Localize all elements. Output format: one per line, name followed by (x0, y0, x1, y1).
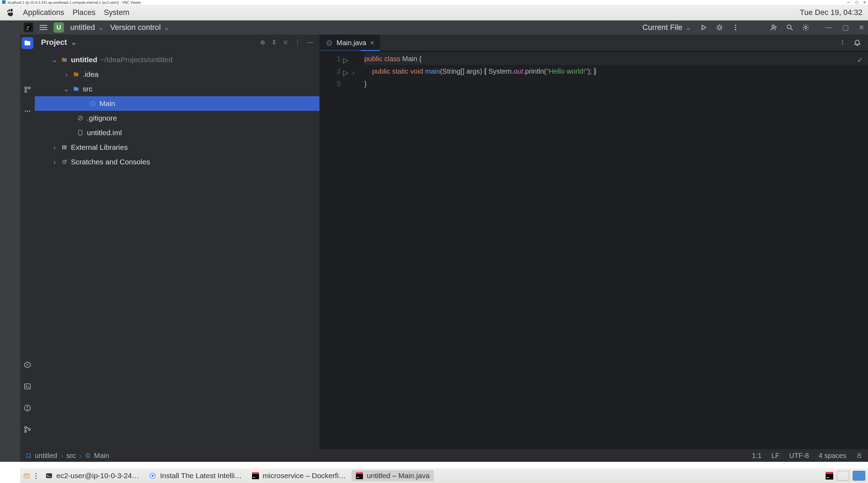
debug-icon[interactable] (716, 24, 723, 31)
locate-icon[interactable]: ⊕ (260, 39, 265, 46)
settings-icon[interactable] (802, 24, 810, 31)
vnc-close-icon[interactable]: ✕ (863, 0, 866, 4)
vcs-dropdown[interactable]: Version control ⌄ (110, 23, 170, 32)
tree-item-scratches[interactable]: › Scratches and Consoles (35, 155, 319, 169)
task-intellij-1[interactable]: microservice – Dockerfi… (248, 470, 350, 481)
task-chrome[interactable]: Install The Latest Intelli… (145, 470, 246, 481)
intellij-logo-icon[interactable]: IJ (24, 23, 33, 32)
workspace-2[interactable] (853, 471, 865, 481)
collapse-all-icon[interactable]: ⤫ (283, 39, 288, 46)
inspection-ok-icon[interactable]: ✓ (857, 54, 863, 66)
project-view-dropdown[interactable]: Project ⌄ (41, 38, 77, 47)
tree-root[interactable]: ⌄ untitled ~/IdeaProjects/untitled (35, 52, 319, 67)
file-encoding[interactable]: UTF-8 (789, 452, 809, 460)
chevron-down-icon[interactable]: ⌄ (63, 85, 70, 93)
search-icon[interactable] (786, 24, 794, 31)
tree-item-src[interactable]: ⌄ src (35, 82, 319, 96)
window-minimize-icon[interactable]: — (826, 23, 833, 32)
workspace-1[interactable] (837, 471, 849, 481)
svg-rect-28 (62, 145, 63, 149)
svg-point-7 (772, 25, 774, 27)
readonly-lock-icon[interactable] (856, 452, 862, 459)
main-menu-icon[interactable] (40, 25, 47, 30)
crumb[interactable]: untitled (35, 452, 57, 460)
services-tool-button[interactable] (22, 359, 33, 371)
chevron-right-icon[interactable]: › (63, 70, 70, 79)
chevron-right-icon: › (79, 452, 82, 460)
code-content[interactable]: public class Main { public static void m… (361, 50, 868, 449)
crumb[interactable]: Main (94, 452, 109, 460)
tree-item-gitignore[interactable]: .gitignore (35, 111, 319, 125)
tree-root-label: untitled (71, 56, 97, 64)
panel-options-icon[interactable]: ⋮ (294, 39, 301, 46)
editor-tabs: C Main.java ✕ (320, 34, 868, 50)
indent-config[interactable]: 4 spaces (819, 452, 846, 460)
svg-rect-27 (79, 130, 82, 135)
svg-point-8 (787, 25, 791, 29)
tab-main-java[interactable]: C Main.java ✕ (320, 35, 380, 50)
taskbar-more-icon[interactable]: ⋮ (32, 472, 40, 480)
close-tab-icon[interactable]: ✕ (370, 40, 374, 46)
project-tree[interactable]: ⌄ untitled ~/IdeaProjects/untitled › .id… (35, 50, 319, 449)
code-token: class (384, 55, 400, 63)
gnome-top-bar: Applications Places System Tue Dec 19, 0… (0, 5, 868, 21)
chevron-right-icon[interactable]: › (51, 143, 58, 152)
more-tools-icon[interactable] (22, 105, 33, 117)
tree-item-iml[interactable]: untitled.iml (35, 125, 319, 140)
problems-tool-button[interactable] (22, 402, 33, 414)
editor-options-icon[interactable] (839, 39, 846, 46)
caret-position[interactable]: 1:1 (752, 452, 762, 460)
task-intellij-2[interactable]: untitled – Main.java (351, 470, 434, 481)
crumb[interactable]: src (66, 452, 76, 460)
svg-rect-29 (64, 145, 65, 149)
expand-all-icon[interactable]: ⇕ (271, 39, 277, 46)
svg-point-6 (735, 29, 736, 31)
chevron-down-icon[interactable]: ⌄ (51, 56, 58, 64)
breadcrumb[interactable]: untitled › src › C Main (26, 452, 109, 460)
line-separator[interactable]: LF (771, 452, 779, 460)
code-with-me-icon[interactable] (770, 24, 778, 31)
editor-area: C Main.java ✕ 1▷ 2▷› 5 (320, 34, 868, 449)
svg-rect-40 (858, 455, 861, 458)
file-icon (76, 130, 84, 136)
window-close-icon[interactable]: ✕ (859, 23, 865, 32)
window-maximize-icon[interactable]: ▢ (842, 23, 849, 32)
run-config-dropdown[interactable]: Current File ⌄ (642, 23, 691, 32)
hide-panel-icon[interactable]: — (307, 39, 313, 46)
file-manager-icon[interactable] (23, 472, 31, 480)
notifications-icon[interactable] (853, 39, 861, 46)
gnome-clock[interactable]: Tue Dec 19, 04:32 (800, 8, 862, 17)
line-gutter[interactable]: 1▷ 2▷› 5 (320, 50, 344, 449)
svg-point-31 (65, 159, 67, 161)
project-badge[interactable]: U (54, 22, 64, 33)
ide-window: IJ U untitled ⌄ Version control ⌄ Curren… (20, 21, 868, 462)
tree-item-main[interactable]: C Main (35, 96, 319, 111)
git-tool-button[interactable] (22, 424, 33, 435)
terminal-tool-button[interactable] (22, 380, 33, 392)
gitignore-icon (76, 115, 84, 121)
module-icon (60, 57, 68, 63)
project-tool-button[interactable] (22, 37, 33, 49)
tree-item-idea[interactable]: › .idea (35, 67, 319, 82)
more-actions-icon[interactable] (732, 24, 739, 31)
chevron-right-icon[interactable]: › (51, 158, 58, 166)
tree-label: .idea (83, 70, 99, 79)
vnc-minimize-icon[interactable]: — (847, 0, 850, 4)
chevron-right-icon: › (61, 452, 63, 460)
tree-item-external-libs[interactable]: › External Libraries (35, 140, 319, 155)
gnome-menu-places[interactable]: Places (73, 8, 96, 17)
run-icon[interactable] (700, 24, 707, 31)
code-token: ( (440, 67, 443, 75)
code-editor[interactable]: 1▷ 2▷› 5 public class Main { public stat… (320, 50, 868, 449)
svg-point-36 (842, 44, 843, 45)
project-dropdown[interactable]: untitled ⌄ (70, 23, 104, 32)
gnome-menu-system[interactable]: System (104, 8, 129, 17)
structure-tool-button[interactable] (22, 84, 33, 96)
vnc-maximize-icon[interactable]: ▢ (855, 0, 858, 4)
gnome-menu-applications[interactable]: Applications (23, 8, 64, 17)
svg-point-20 (25, 427, 27, 429)
task-terminal[interactable]: ec2-user@ip-10-0-3-24… (41, 470, 143, 481)
svg-rect-51 (356, 472, 363, 474)
line-number: 2 (337, 67, 341, 75)
tray-intellij-icon[interactable] (826, 472, 833, 480)
